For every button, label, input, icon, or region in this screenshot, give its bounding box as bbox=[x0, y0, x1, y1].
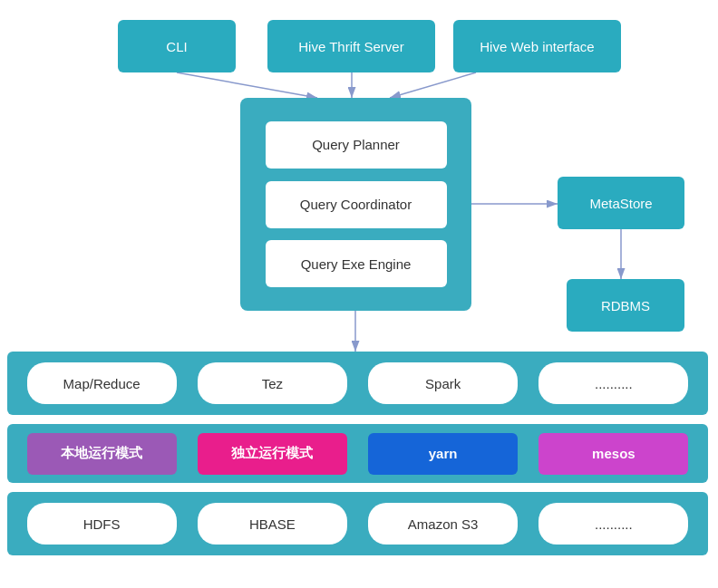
run-modes-row: 本地运行模式 独立运行模式 yarn mesos bbox=[7, 424, 708, 483]
exec-tez: Tez bbox=[198, 362, 347, 404]
query-coordinator-box: Query Coordinator bbox=[266, 181, 447, 228]
query-coordinator-label: Query Coordinator bbox=[300, 197, 412, 212]
exec-mapreduce: Map/Reduce bbox=[27, 362, 177, 404]
metastore-box: MetaStore bbox=[558, 177, 684, 229]
driver-box: Query Planner Query Coordinator Query Ex… bbox=[240, 98, 471, 311]
query-exe-engine-label: Query Exe Engine bbox=[301, 256, 412, 272]
mode-standalone: 独立运行模式 bbox=[198, 433, 347, 475]
storage-row: HDFS HBASE Amazon S3 .......... bbox=[7, 492, 708, 555]
cli-box: CLI bbox=[118, 20, 236, 72]
svg-line-3 bbox=[390, 72, 476, 98]
hive-thrift-label: Hive Thrift Server bbox=[298, 39, 403, 54]
query-planner-label: Query Planner bbox=[312, 137, 400, 152]
query-planner-box: Query Planner bbox=[266, 121, 447, 169]
hive-web-box: Hive Web interface bbox=[453, 20, 621, 72]
exec-other: .......... bbox=[538, 362, 688, 404]
storage-hbase: HBASE bbox=[198, 503, 347, 545]
mode-yarn: yarn bbox=[368, 433, 518, 475]
storage-other: .......... bbox=[538, 503, 688, 545]
svg-line-1 bbox=[177, 72, 317, 98]
diagram-container: CLI Hive Thrift Server Hive Web interfac… bbox=[0, 0, 718, 588]
mode-mesos: mesos bbox=[538, 433, 688, 475]
mode-local: 本地运行模式 bbox=[27, 433, 177, 475]
cli-label: CLI bbox=[166, 39, 187, 54]
rdbms-label: RDBMS bbox=[601, 298, 650, 313]
storage-s3: Amazon S3 bbox=[368, 503, 518, 545]
hive-thrift-box: Hive Thrift Server bbox=[267, 20, 435, 72]
exec-spark: Spark bbox=[368, 362, 518, 404]
metastore-label: MetaStore bbox=[589, 196, 652, 211]
rdbms-box: RDBMS bbox=[567, 279, 684, 332]
exec-engines-row: Map/Reduce Tez Spark .......... bbox=[7, 352, 708, 415]
storage-hdfs: HDFS bbox=[27, 503, 177, 545]
query-exe-engine-box: Query Exe Engine bbox=[266, 240, 447, 287]
hive-web-label: Hive Web interface bbox=[480, 39, 594, 54]
